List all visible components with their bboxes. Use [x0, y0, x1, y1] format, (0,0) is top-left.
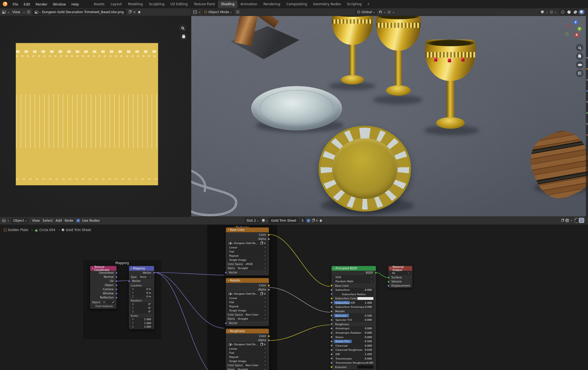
- color-space-dropdown[interactable]: sRGB: [244, 262, 267, 266]
- viewport-editor-type-icon[interactable]: [193, 10, 197, 13]
- breadcrumb-item[interactable]: Circle.004: [35, 228, 60, 232]
- texture-coordinate-node[interactable]: Texture Coordinate Generated Normal UV O…: [90, 266, 117, 309]
- output-socket[interactable]: [268, 289, 270, 291]
- workspace-tab[interactable]: Compositing: [283, 1, 310, 8]
- visibility-icon[interactable]: [541, 10, 544, 13]
- output-socket[interactable]: [268, 238, 270, 240]
- extension-dropdown[interactable]: Repeat: [228, 254, 267, 257]
- value-field[interactable]: X 1.000: [131, 318, 152, 321]
- editor-menu-icon[interactable]: [27, 11, 30, 13]
- input-socket[interactable]: [330, 310, 333, 313]
- node-header[interactable]: Material Output: [389, 266, 412, 271]
- principled-input-row[interactable]: Subsurface 0.000: [334, 288, 374, 292]
- node-input-row[interactable]: Surface: [389, 275, 412, 279]
- principled-bsdf-node[interactable]: Principled BSDF BSDF GGX Random Walk Bas…: [331, 266, 376, 370]
- node-header[interactable]: Metallic: [226, 278, 269, 283]
- principled-input-row[interactable]: Specular 0.500: [334, 314, 374, 317]
- interpolation-dropdown[interactable]: Linear: [228, 347, 267, 350]
- input-socket[interactable]: [330, 319, 333, 321]
- axis-gizmo[interactable]: Z Y X: [564, 20, 582, 38]
- output-socket[interactable]: [268, 335, 270, 337]
- workspace-tab[interactable]: Texture Paint: [191, 1, 218, 8]
- input-socket[interactable]: [330, 344, 333, 347]
- shader-editor-type-icon[interactable]: [2, 219, 6, 222]
- value-field[interactable]: IOR 1.450: [334, 352, 374, 356]
- principled-input-row[interactable]: Subsurface Color: [334, 297, 374, 300]
- value-field[interactable]: X 0°: [131, 303, 152, 306]
- shading-wireframe-button[interactable]: [559, 10, 566, 15]
- gold-goblet-1[interactable]: [332, 16, 373, 88]
- input-socket[interactable]: [225, 322, 227, 324]
- blender-logo-icon[interactable]: [3, 2, 7, 6]
- image-datablock-row[interactable]: Dungeon Gold De...: [228, 241, 267, 245]
- alpha-dropdown[interactable]: Straight: [236, 266, 267, 270]
- new-image-icon[interactable]: [129, 11, 131, 13]
- value-field[interactable]: Specular Tint 0.000: [334, 318, 374, 322]
- value-field[interactable]: Specular 0.500: [334, 314, 374, 317]
- mapping-value-row[interactable]: X 1.000: [131, 318, 152, 321]
- output-socket[interactable]: [115, 284, 117, 286]
- principled-input-row[interactable]: Clearcoat Roughness 0.030: [334, 348, 374, 352]
- principled-input-row[interactable]: Anisotropic 0.000: [334, 327, 374, 330]
- workspace-tab[interactable]: Shading: [218, 1, 237, 8]
- mapping-value-row[interactable]: Y 0 m: [131, 291, 152, 295]
- input-socket[interactable]: [330, 336, 333, 338]
- node-output-row[interactable]: Color: [226, 334, 269, 338]
- falloff-chevron-icon[interactable]: [393, 10, 394, 14]
- menu-item[interactable]: File: [10, 2, 21, 7]
- mapping-value-row[interactable]: Z 0°: [131, 310, 152, 313]
- input-socket[interactable]: [330, 366, 333, 368]
- node-header[interactable]: Texture Coordinate: [90, 266, 116, 271]
- principled-input-row[interactable]: Metallic: [334, 309, 374, 313]
- workspace-tab[interactable]: Scripting: [344, 1, 365, 8]
- use-nodes-checkbox[interactable]: [76, 219, 80, 222]
- node-output-row[interactable]: Alpha: [226, 237, 269, 241]
- value-field[interactable]: Z 0 m: [131, 295, 152, 298]
- users-count-button[interactable]: 5: [300, 218, 305, 223]
- node-output-row[interactable]: Camera: [90, 287, 116, 291]
- interpolation-dropdown[interactable]: Linear: [228, 246, 267, 249]
- distribution-dropdown[interactable]: GGX: [334, 275, 374, 279]
- eyedropper-icon[interactable]: [112, 301, 114, 303]
- sidebar-tab-icon[interactable]: [586, 112, 588, 114]
- output-socket[interactable]: [268, 284, 270, 287]
- menu-item[interactable]: Help: [69, 2, 81, 7]
- pan-tool-icon[interactable]: [180, 33, 187, 40]
- node-header[interactable]: Roughness: [226, 329, 269, 333]
- input-socket[interactable]: [330, 323, 333, 325]
- interpolation-dropdown[interactable]: Linear: [228, 296, 267, 300]
- workspace-tab[interactable]: Animation: [237, 1, 260, 8]
- node-output-row[interactable]: UV: [90, 279, 116, 283]
- breadcrumb-item[interactable]: Gold Trim Sheet: [62, 228, 91, 232]
- value-field[interactable]: Metallic: [334, 309, 374, 313]
- shading-material-button[interactable]: [572, 10, 578, 15]
- node-output-row[interactable]: Generated: [90, 271, 116, 275]
- principled-input-row[interactable]: Subsurface Anisotropy 0.000: [334, 305, 374, 309]
- mapping-value-row[interactable]: Rotation:: [131, 299, 152, 302]
- node-header[interactable]: Principled BSDF: [332, 266, 376, 271]
- unlink-material-icon[interactable]: [316, 219, 318, 223]
- input-socket[interactable]: [330, 284, 333, 287]
- target-dropdown[interactable]: All: [390, 271, 411, 275]
- sidebar-tab-icon[interactable]: [586, 68, 588, 70]
- view-menu[interactable]: View: [11, 10, 21, 14]
- viewport-scene[interactable]: Z Y X: [191, 16, 588, 216]
- alpha-dropdown[interactable]: Straight: [236, 317, 267, 320]
- mapping-node[interactable]: Mapping Vector Type: Point Vector Locati…: [129, 266, 154, 329]
- input-socket[interactable]: [330, 297, 333, 300]
- mapping-value-row[interactable]: X 0°: [131, 303, 152, 306]
- input-socket[interactable]: [330, 302, 333, 304]
- material-browse-icon[interactable]: [262, 219, 265, 222]
- sidebar-tab-icon[interactable]: [586, 123, 588, 125]
- output-socket[interactable]: [268, 339, 270, 341]
- input-socket[interactable]: [330, 306, 333, 308]
- value-field[interactable]: Z 1.000: [131, 325, 152, 328]
- unlink-image-icon[interactable]: [263, 343, 266, 346]
- object-field[interactable]: [102, 300, 115, 304]
- source-dropdown[interactable]: Single Image: [228, 258, 267, 262]
- region-toggle-button[interactable]: [579, 218, 584, 223]
- color-space-dropdown[interactable]: Non-Color: [244, 313, 267, 316]
- value-field[interactable]: Clearcoat 0.000: [334, 344, 374, 347]
- node-input-row[interactable]: Displacement: [389, 284, 412, 288]
- input-socket[interactable]: [330, 293, 333, 295]
